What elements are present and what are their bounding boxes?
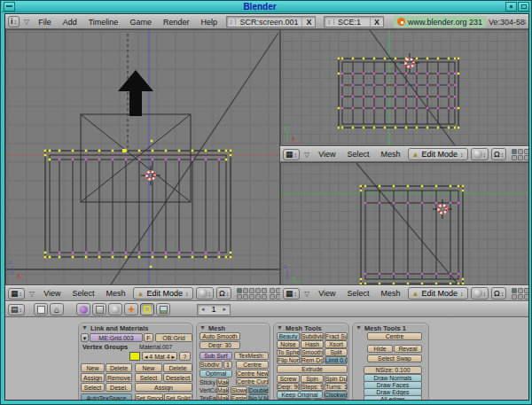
split-button[interactable]: Split (325, 348, 348, 356)
window-maximize-button[interactable] (518, 2, 529, 12)
header-collapse-icon[interactable]: ▽ (22, 18, 31, 26)
frame-number-stepper[interactable]: ◂ 1 ▸ (197, 304, 231, 315)
header-collapse-icon[interactable]: ▽ (27, 290, 36, 298)
screen-delete-button[interactable]: X (301, 18, 315, 27)
centre-button[interactable]: Centre (236, 361, 269, 369)
viewport-type-button[interactable]: ▦↕ (283, 149, 300, 160)
editing-context-button[interactable] (140, 303, 154, 315)
menu-mesh[interactable]: Mesh (377, 289, 405, 298)
double-sided-toggle[interactable]: Double Sided (248, 386, 269, 394)
pivot-button[interactable]: Ω↕ (216, 287, 231, 300)
material-index-stepper[interactable]: ◂4 Mat 4▸ (142, 352, 177, 361)
centre-button[interactable]: Centre (367, 332, 422, 340)
layer-buttons[interactable] (237, 288, 280, 300)
noise-button[interactable]: Noise (277, 340, 300, 348)
screen-selector[interactable]: ↕ SCR:screen.001 X (226, 16, 317, 27)
draw-type-button[interactable]: ↕ (196, 287, 215, 300)
vgroup-select-button[interactable]: Select (81, 383, 105, 392)
layer-buttons[interactable] (512, 149, 528, 160)
screen-name-field[interactable]: SCR:screen.001 (236, 18, 301, 27)
subdiv-spinner[interactable]: Subdiv: 1 (200, 361, 223, 369)
viewport-front[interactable]: zx (5, 29, 280, 285)
menu-mesh[interactable]: Mesh (377, 150, 405, 159)
subsurf-toggle[interactable]: Sub Surf (200, 352, 232, 360)
set-smooth-button[interactable]: Set Smoo (135, 393, 163, 401)
mode-dropdown[interactable]: ▲Edit Mode↕ (133, 287, 193, 300)
home-button[interactable]: ⌂ (50, 303, 64, 315)
scene-selector[interactable]: ↕ SCE:1 X (324, 16, 384, 27)
menu-view[interactable]: View (39, 289, 65, 298)
no-vnormal-toggle[interactable]: No V.Normal (248, 394, 269, 401)
centre-new-button[interactable]: Centre New (236, 370, 269, 378)
rem-doubles-button[interactable]: Rem Doub (301, 356, 324, 364)
scene-browse-icon[interactable]: ↕ (325, 19, 334, 25)
centre-cursor-button[interactable]: Centre Cursor (236, 378, 269, 386)
faster-draw-button[interactable]: FasterDr (231, 394, 247, 401)
nsize-spinner[interactable]: NSize: 0.100 (364, 366, 422, 374)
degr-spinner[interactable]: Degr: 30 (200, 341, 240, 349)
sticky-make-button[interactable]: Make (216, 378, 229, 386)
mode-dropdown[interactable]: ▲Edit Mode↕ (408, 148, 468, 160)
menu-view[interactable]: View (314, 289, 340, 298)
set-solid-button[interactable]: Set Solid (164, 393, 192, 401)
hash-button[interactable]: Hash (301, 340, 324, 348)
menu-timeline[interactable]: Timeline (84, 18, 123, 27)
panel-collapse-icon[interactable]: ▼ (356, 324, 362, 331)
menu-select[interactable]: Select (343, 150, 374, 159)
fake-user-button[interactable]: F (144, 333, 153, 342)
shading-context-button[interactable] (108, 303, 122, 315)
scene-delete-button[interactable]: X (370, 18, 383, 27)
menu-render[interactable]: Render (159, 18, 194, 27)
frame-prev-icon[interactable]: ◂ (201, 306, 205, 313)
window-type-button[interactable]: i ↕ (8, 16, 20, 27)
vgroup-delete-button[interactable]: Delete (106, 363, 132, 372)
spin-dup-button[interactable]: Spin Dup (325, 375, 348, 383)
object-context-button[interactable] (124, 303, 138, 315)
pivot-button[interactable]: Ω↕ (491, 287, 506, 300)
screen-browse-icon[interactable]: ↕ (227, 19, 237, 25)
panel-collapse-icon[interactable]: ▼ (277, 324, 283, 331)
reveal-button[interactable]: Reveal (394, 345, 422, 353)
panel-collapse-icon[interactable]: ▼ (200, 324, 206, 331)
all-edges-toggle[interactable]: All edges (364, 395, 422, 401)
menu-add[interactable]: Add (59, 18, 82, 27)
script-context-button[interactable] (92, 303, 106, 315)
flip-norm-button[interactable]: Flip Norm (277, 356, 300, 364)
viewport-type-button[interactable]: ▦↕ (283, 288, 300, 300)
vgroup-remove-button[interactable]: Remove (106, 373, 132, 382)
stepper-left-icon[interactable]: ◂ (145, 353, 148, 361)
window-menu-button[interactable] (4, 2, 15, 12)
stepper-right-icon[interactable]: ▸ (171, 353, 175, 361)
viewport-side[interactable]: zy (280, 162, 529, 285)
menu-help[interactable]: Help (196, 18, 222, 27)
menu-select[interactable]: Select (68, 289, 99, 298)
material-help-button[interactable]: ? (179, 352, 191, 361)
clockwise-toggle[interactable]: Clockwise (324, 391, 348, 399)
subdiv-render-spinner[interactable]: 1 (223, 361, 232, 369)
mesh-name-field[interactable]: ME:Grid.003 (90, 333, 143, 342)
header-collapse-icon[interactable]: ▽ (302, 151, 311, 159)
vertcol-make-button[interactable]: Make (216, 386, 229, 394)
slower-draw-button[interactable]: SlowerDr (231, 386, 247, 394)
select-swap-button[interactable]: Select Swap (367, 354, 422, 362)
menu-view[interactable]: View (314, 150, 340, 159)
menu-select[interactable]: Select (343, 289, 374, 298)
logic-context-button[interactable] (76, 303, 90, 315)
to-sphere-button[interactable]: To Sphere (277, 348, 300, 356)
material-delete-button[interactable]: Delete (163, 363, 192, 372)
menu-game[interactable]: Game (125, 18, 156, 27)
offset-spinner[interactable]: Offset: 1.000 (313, 399, 348, 401)
scene-context-button[interactable] (156, 303, 170, 315)
frame-next-icon[interactable]: ▸ (223, 306, 227, 313)
screw-button[interactable]: Screw (277, 375, 300, 383)
mesh-browse-button[interactable]: ▾ (81, 333, 89, 342)
draw-type-button[interactable]: ↕ (471, 148, 489, 160)
xsort-button[interactable]: Xsort (325, 340, 348, 348)
subdivide-button[interactable]: Subdivide (301, 332, 324, 340)
vgroup-new-button[interactable]: New (81, 363, 105, 372)
window-iconify-button[interactable] (505, 2, 517, 12)
material-assign-button[interactable]: Assign (135, 383, 192, 392)
mode-dropdown[interactable]: ▲Edit Mode↕ (408, 287, 468, 300)
header-collapse-icon[interactable]: ▽ (302, 290, 311, 298)
texface-make-button[interactable]: Make (216, 394, 229, 401)
